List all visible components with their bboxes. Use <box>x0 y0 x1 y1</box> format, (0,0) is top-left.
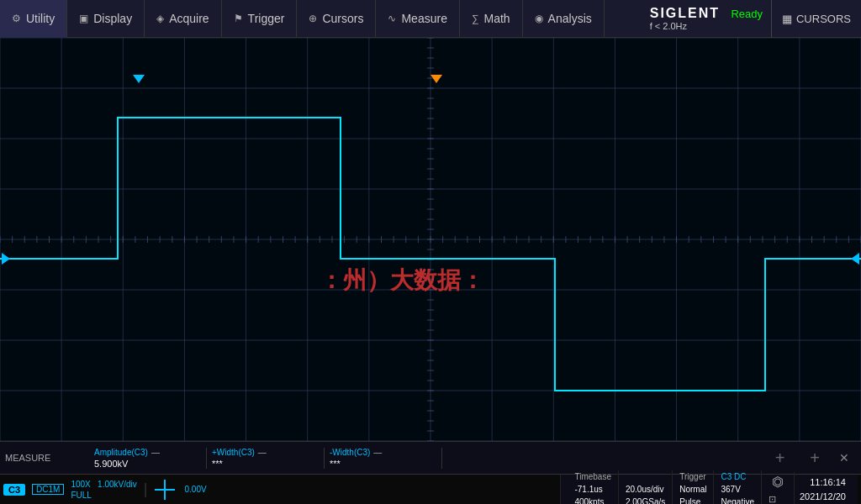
timebase-memory: 400kpts <box>574 496 604 504</box>
cursors-icon: ⊕ <box>309 13 317 24</box>
trigger-icon: ⚑ <box>234 13 243 24</box>
trigger-type: Pulse <box>679 496 700 504</box>
analysis-icon: ◉ <box>535 13 543 24</box>
brand-name: SIGLENT Ready <box>650 6 763 21</box>
timebase-position: -71.1us <box>574 483 602 496</box>
timebase-label: Timebase <box>574 470 611 483</box>
pwidth-value: *** <box>212 459 223 469</box>
freq-display: f < 2.0Hz <box>650 21 763 31</box>
usb-icon: ⏣ <box>769 472 787 492</box>
measure-close-button[interactable]: ✕ <box>832 451 856 465</box>
utility-icon: ⚙ <box>12 13 21 24</box>
trigger-label: Trigger <box>679 470 705 483</box>
menu-display[interactable]: ▣ Display <box>67 0 145 38</box>
ch3-info: 100X 1.00kV/div FULL <box>71 479 136 501</box>
sample-rate: 2.00GSa/s <box>626 496 665 504</box>
measure-add-button-1[interactable]: + <box>763 449 798 468</box>
trigger-source: C3 DC <box>721 470 746 483</box>
ch3-arrow-right <box>851 253 859 265</box>
ch3-mult-scale: 100X 1.00kV/div <box>71 479 136 490</box>
cursors-icon-btn: ▦ <box>782 13 792 25</box>
nwidth-value: *** <box>330 459 341 469</box>
timebase-block: Timebase -71.1us 400kpts 20.0us/div 2.00… <box>560 475 858 504</box>
measure-row: MEASURE Amplitude(C3) — 5.900kV +Width(C… <box>0 441 861 475</box>
trigger-mode: Normal <box>679 483 706 496</box>
usb-col: ⏣ ⊡ <box>762 472 795 504</box>
bottom-bar: MEASURE Amplitude(C3) — 5.900kV +Width(C… <box>0 441 861 504</box>
trigger-source-col: C3 DC 367V Negative <box>714 470 761 504</box>
nwidth-title: -Width(C3) <box>330 448 370 457</box>
trigger-col: Trigger Normal Pulse <box>673 470 714 504</box>
clock-date: 2021/12/20 <box>800 490 846 504</box>
menu-acquire[interactable]: ◈ Acquire <box>145 0 221 38</box>
menu-analysis[interactable]: ◉ Analysis <box>523 0 605 38</box>
measure-icon: ∿ <box>388 13 396 24</box>
measure-item-amplitude: Amplitude(C3) — 5.900kV <box>89 448 207 469</box>
measure-item-pwidth: +Width(C3) — *** <box>207 448 325 469</box>
trigger-slope: Negative <box>721 496 753 504</box>
menu-bar: ⚙ Utility ▣ Display ◈ Acquire ⚑ Trigger … <box>0 0 861 38</box>
waveform-svg <box>0 38 861 441</box>
measure-add-button-2[interactable]: + <box>797 449 832 468</box>
nwidth-dash: — <box>373 448 382 457</box>
siglent-logo: SIGLENT Ready f < 2.0Hz <box>642 6 771 31</box>
menu-measure[interactable]: ∿ Measure <box>376 0 459 38</box>
channel-row: C3 DC1M 100X 1.00kV/div FULL | 0.00V Tim… <box>0 475 861 504</box>
pwidth-dash: — <box>258 448 267 457</box>
ch3-arrow-left <box>2 253 10 265</box>
scope-screen: ：州）大数据： <box>0 38 861 441</box>
cursors-button[interactable]: ▦ CURSORS <box>771 0 861 38</box>
menu-math[interactable]: ∑ Math <box>460 0 523 38</box>
scale-col: 20.0us/div 2.00GSa/s <box>619 470 673 504</box>
measure-label: MEASURE <box>5 453 89 463</box>
ch3-offset-indicator <box>155 480 175 500</box>
acquire-icon: ◈ <box>156 13 164 24</box>
menu-cursors[interactable]: ⊕ Cursors <box>297 0 376 38</box>
ch3-badge: C3 <box>3 484 25 496</box>
trigger-level: 367V <box>721 483 740 496</box>
wifi-icon: ⊡ <box>769 492 776 504</box>
timebase-col: Timebase -71.1us 400kpts <box>568 470 619 504</box>
amplitude-title: Amplitude(C3) <box>94 448 148 457</box>
math-icon: ∑ <box>472 13 479 24</box>
ch3-coupling: DC1M <box>32 484 64 495</box>
clock-time: 11:16:14 <box>810 475 846 490</box>
ch3-divider: | <box>144 480 148 498</box>
clock-block: 11:16:14 2021/12/20 <box>795 475 851 503</box>
display-icon: ▣ <box>79 13 88 24</box>
amplitude-dash: — <box>151 448 160 457</box>
ch3-position: FULL <box>71 490 136 501</box>
ch3-offset-value: 0.00V <box>185 485 207 494</box>
pwidth-title: +Width(C3) <box>212 448 255 457</box>
measure-item-nwidth: -Width(C3) — *** <box>325 448 442 469</box>
menu-utility[interactable]: ⚙ Utility <box>0 0 67 38</box>
menu-trigger[interactable]: ⚑ Trigger <box>222 0 298 38</box>
timebase-scale: 20.0us/div <box>626 483 664 496</box>
amplitude-value: 5.900kV <box>94 459 128 469</box>
